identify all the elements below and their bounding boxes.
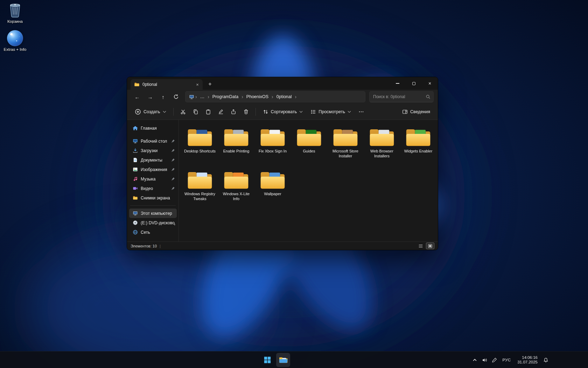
details-pane-button[interactable]: Сведения (399, 106, 434, 118)
sidebar-item[interactable]: Сеть (129, 227, 177, 237)
sidebar-item[interactable]: Изображения (129, 165, 177, 174)
command-toolbar: Создать Сортировать Просмотреть (127, 104, 438, 120)
new-button[interactable]: Создать (131, 106, 170, 118)
language-indicator[interactable]: РУС (500, 354, 514, 366)
folder-label: Wallpaper (264, 191, 281, 196)
forward-button[interactable]: → (144, 91, 156, 102)
sort-button-label: Сортировать (271, 109, 297, 114)
sidebar-item[interactable]: Загрузки (129, 146, 177, 155)
pin-icon (171, 177, 175, 181)
sidebar-item[interactable]: (E:) DVD-дисковод - (129, 218, 177, 227)
folder-item[interactable]: Web Browser Installers (364, 126, 400, 169)
close-button[interactable]: × (422, 77, 438, 90)
trash-icon (243, 109, 249, 115)
rename-button[interactable] (215, 106, 227, 118)
taskbar-clock[interactable]: 14:06:16 31.07.2025 (514, 354, 540, 366)
up-button[interactable]: ↑ (157, 91, 169, 102)
pen-settings-button[interactable] (490, 354, 499, 366)
sidebar-item-label: Загрузки (141, 148, 168, 153)
large-icons-view-toggle[interactable] (426, 243, 434, 249)
minimize-button[interactable] (390, 77, 406, 90)
folder-item[interactable]: Microsoft Store Installer (327, 126, 364, 169)
pin-icon (171, 149, 175, 152)
search-input[interactable] (373, 94, 426, 99)
start-button[interactable] (260, 353, 274, 367)
copy-button[interactable] (190, 106, 202, 118)
breadcrumb-item[interactable]: … (198, 93, 207, 100)
search-icon[interactable] (426, 94, 430, 99)
new-tab-button[interactable]: + (205, 80, 215, 89)
folder-item[interactable]: Windows Registry Tweaks (182, 169, 218, 212)
plus-circle-icon (135, 109, 141, 115)
sidebar-item[interactable]: Рабочий стол (129, 136, 177, 146)
thumbnails-view-icon (428, 244, 433, 248)
desktop-icon-recycle-bin[interactable]: Корзина (0, 2, 30, 23)
search-box[interactable] (369, 91, 434, 102)
notifications-button[interactable] (541, 354, 550, 366)
refresh-button[interactable] (170, 91, 182, 102)
tab-folder-icon (134, 82, 140, 87)
sort-icon (263, 109, 268, 115)
sort-button[interactable]: Сортировать (259, 106, 307, 118)
pin-icon (171, 168, 175, 171)
folder-item[interactable]: Fix Xbox Sign In (254, 126, 291, 169)
sidebar-item[interactable]: Видео (129, 184, 177, 193)
desktop-icon-extras-info[interactable]: Extras + Info (0, 30, 30, 52)
sidebar-item[interactable]: Главная (129, 123, 177, 133)
taskbar-file-explorer-button[interactable] (276, 353, 290, 367)
breadcrumb-item[interactable]: 0ptional (274, 93, 294, 100)
breadcrumb-item[interactable]: PhoenixOS (244, 93, 271, 100)
details-view-toggle[interactable] (416, 243, 425, 249)
volume-button[interactable] (480, 354, 489, 366)
clock-date: 31.07.2025 (517, 360, 538, 365)
hidden-icons-button[interactable] (470, 354, 479, 366)
folder-label: Web Browser Installers (365, 149, 399, 158)
view-button-label: Просмотреть (318, 109, 345, 114)
sidebar-item-icon (133, 220, 138, 225)
back-button[interactable]: ← (131, 91, 143, 102)
folder-item[interactable]: Desktop Shortcuts (182, 126, 218, 169)
sidebar-item[interactable]: Этот компьютер (129, 209, 177, 218)
list-view-icon (418, 244, 423, 248)
folder-item[interactable]: Windows X-Lite Info (218, 169, 254, 212)
sidebar-item[interactable]: Документы (129, 155, 177, 165)
desktop-icon-label: Корзина (7, 19, 23, 23)
folder-icon (187, 170, 213, 190)
paste-button[interactable] (202, 106, 214, 118)
items-count: Элементов: 10 (131, 244, 157, 248)
folder-item[interactable]: Wallpaper (254, 169, 291, 212)
folder-item[interactable]: Guides (291, 126, 327, 169)
details-button-label: Сведения (410, 109, 430, 114)
cut-button[interactable] (177, 106, 189, 118)
file-explorer-icon (279, 356, 288, 364)
desktop-icon-label: Extras + Info (4, 47, 27, 52)
windows-logo-icon (264, 356, 271, 364)
delete-button[interactable] (240, 106, 252, 118)
breadcrumb[interactable]: › … › ProgramData › PhoenixOS › 0ptional… (185, 91, 365, 102)
chevron-down-icon (163, 111, 166, 113)
navigation-bar: ← → ↑ › … › ProgramData › PhoenixOS › 0p… (127, 90, 438, 104)
view-icon (310, 109, 316, 115)
tab-0ptional[interactable]: 0ptional × (131, 79, 203, 90)
sidebar-item[interactable]: Музыка (129, 174, 177, 184)
folder-icon (332, 127, 359, 148)
more-options-button[interactable] (355, 106, 367, 118)
pin-icon (171, 158, 175, 162)
share-button[interactable] (227, 106, 239, 118)
pin-icon (171, 186, 175, 190)
view-button[interactable]: Просмотреть (307, 106, 355, 118)
sidebar-item-icon (133, 195, 138, 200)
maximize-button[interactable] (406, 77, 422, 90)
folder-icon (369, 127, 395, 148)
tab-close-button[interactable]: × (194, 81, 201, 88)
folder-item[interactable]: Widgets Enabler (400, 126, 436, 169)
sidebar-item[interactable]: Снимки экрана (129, 193, 177, 203)
folder-label: Windows X-Lite Info (219, 191, 253, 201)
breadcrumb-item[interactable]: ProgramData (210, 93, 240, 100)
folder-item[interactable]: Enable Printing (218, 126, 254, 169)
sidebar-item-label: Изображения (141, 167, 168, 172)
sidebar-item-label: Снимки экрана (141, 196, 175, 200)
folder-label: Guides (303, 149, 315, 154)
folder-icon (223, 127, 250, 148)
tab-title: 0ptional (142, 82, 191, 87)
